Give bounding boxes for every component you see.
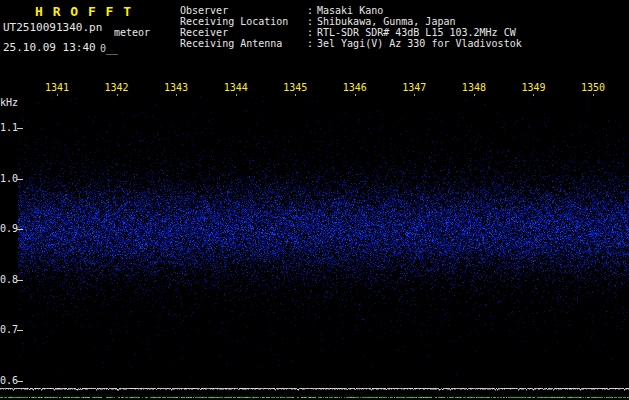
header-field-row: Receiving Antenna:3el Yagi(V) Az 330 for… (180, 38, 522, 49)
header-field-row: Observer:Masaki Kano (180, 5, 522, 16)
app-title: H R O F F T (35, 4, 132, 19)
field-value: 3el Yagi(V) Az 330 for Vladivostok (317, 38, 522, 49)
field-value: Masaki Kano (317, 5, 383, 16)
x-tick-label: 1342 (102, 82, 132, 93)
station-label: meteor (114, 27, 150, 38)
y-tick-mark (17, 330, 23, 331)
field-label: Receiver (180, 27, 307, 38)
field-colon: : (307, 16, 317, 27)
x-tick-label: 1348 (459, 82, 489, 93)
x-tick-label: 1350 (578, 82, 608, 93)
echo-count: 0__ (100, 43, 118, 54)
y-tick-label: 1.0 (0, 174, 16, 184)
header-field-row: Receiver:RTL-SDR SDR# 43dB L15 103.2MHz … (180, 27, 522, 38)
field-label: Receiving Location (180, 16, 307, 27)
field-colon: : (307, 5, 317, 16)
field-colon: : (307, 38, 317, 49)
y-tick-mark (17, 381, 23, 382)
power-strip-canvas (0, 386, 629, 400)
spectrogram-canvas (18, 96, 629, 384)
x-tick-label: 1346 (340, 82, 370, 93)
y-tick-mark (17, 179, 23, 180)
y-tick-label: 1.1 (0, 123, 16, 133)
x-tick-label: 1341 (42, 82, 72, 93)
y-tick-mark (17, 229, 23, 230)
x-tick-label: 1344 (221, 82, 251, 93)
field-label: Observer (180, 5, 307, 16)
header-field-row: Receiving Location:Shibukawa, Gunma, Jap… (180, 16, 522, 27)
y-tick-label: 0.7 (0, 325, 16, 335)
field-label: Receiving Antenna (180, 38, 307, 49)
x-tick-label: 1343 (161, 82, 191, 93)
y-tick-label: 0.9 (0, 224, 16, 234)
hrofft-screen: H R O F F T UT2510091340.pn meteor 25.10… (0, 0, 629, 400)
y-tick-label: 0.6 (0, 376, 16, 386)
field-value: Shibukawa, Gunma, Japan (317, 16, 455, 27)
field-value: RTL-SDR SDR# 43dB L15 103.2MHz CW (317, 27, 516, 38)
header-fields: Observer:Masaki KanoReceiving Location:S… (180, 5, 522, 49)
x-tick-label: 1347 (399, 82, 429, 93)
x-tick-label: 1345 (280, 82, 310, 93)
field-colon: : (307, 27, 317, 38)
y-tick-mark (17, 128, 23, 129)
y-tick-label: 0.8 (0, 275, 16, 285)
x-tick-label: 1349 (518, 82, 548, 93)
y-tick-mark (17, 280, 23, 281)
